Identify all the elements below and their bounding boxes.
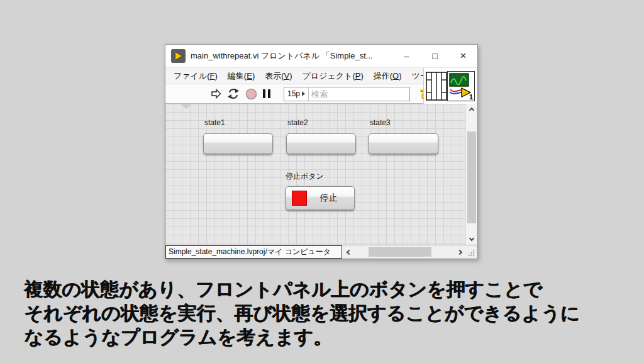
font-size-selector[interactable]: 15p <box>284 87 309 101</box>
caption-line-3: なるようなプログラムを考えます。 <box>24 325 579 349</box>
state1-label: state1 <box>204 118 273 128</box>
pause-icon <box>263 89 265 98</box>
chevron-down-icon <box>469 236 474 241</box>
labview-app-icon <box>171 49 186 63</box>
front-panel: state1 state2 state3 停止ボタン 停止 <box>165 104 477 245</box>
abort-stop-icon <box>245 88 257 100</box>
font-size-value: 15p <box>287 89 300 98</box>
caption-line-1: 複数の状態があり、フロントパネル上のボタンを押すことで <box>24 277 579 301</box>
menu-operate[interactable]: 操作(O) <box>369 70 407 82</box>
menu-edit[interactable]: 編集(E) <box>223 70 260 82</box>
stop-red-square-icon <box>292 191 307 206</box>
font-search-box: 15p <box>284 87 410 101</box>
horizontal-scrollbar-track[interactable] <box>355 245 453 259</box>
state2-label: state2 <box>287 118 356 128</box>
menu-project[interactable]: プロジェクト(P) <box>297 70 369 82</box>
state1-button[interactable] <box>203 133 273 154</box>
scroll-left-button[interactable] <box>344 245 353 259</box>
state2-control: state2 <box>286 118 356 154</box>
window-title: main_withrepeat.vi フロントパネル 「Simple_st... <box>191 50 392 62</box>
minimize-button[interactable]: – <box>392 45 421 67</box>
chevron-up-icon <box>469 108 474 113</box>
vi-icon[interactable]: 1 <box>447 71 475 101</box>
stop-button[interactable]: 停止 <box>286 186 355 210</box>
project-context-selector[interactable]: Simple_state_machine.lvproj/マイ コンピュータ <box>165 245 342 259</box>
state3-button[interactable] <box>369 133 438 154</box>
stop-button-label: 停止ボタン <box>286 171 355 181</box>
scroll-down-button[interactable] <box>466 233 477 243</box>
run-continuously-icon <box>227 88 240 99</box>
horizontal-scrollbar[interactable] <box>342 245 466 259</box>
labview-front-panel-window: main_withrepeat.vi フロントパネル 「Simple_st...… <box>165 44 478 259</box>
pause-button[interactable] <box>263 89 270 98</box>
vi-icon-graphic: 1 <box>448 72 474 101</box>
resize-grip-icon <box>469 250 475 257</box>
stop-control: 停止ボタン 停止 <box>284 171 355 210</box>
menu-file[interactable]: ファイル(F) <box>169 70 223 82</box>
titlebar: main_withrepeat.vi フロントパネル 「Simple_st...… <box>165 45 477 67</box>
play-triangle-icon <box>175 52 182 60</box>
caption-text: 複数の状態があり、フロントパネル上のボタンを押すことで それぞれの状態を実行、再… <box>24 277 579 349</box>
vi-icon-badge: 1 <box>469 93 473 101</box>
menu-view[interactable]: 表示(V) <box>260 70 297 82</box>
state3-control: state3 <box>369 118 438 154</box>
horizontal-scrollbar-thumb[interactable] <box>369 247 431 257</box>
abort-button[interactable] <box>245 88 257 100</box>
slide-background: main_withrepeat.vi フロントパネル 「Simple_st...… <box>0 0 644 363</box>
vertical-scrollbar[interactable] <box>465 104 477 245</box>
run-arrow-icon <box>211 89 221 99</box>
run-continuously-button[interactable] <box>227 88 240 99</box>
search-input[interactable] <box>309 87 425 101</box>
statusbar: Simple_state_machine.lvproj/マイ コンピュータ <box>165 245 477 259</box>
chevron-right-icon <box>457 249 462 254</box>
state1-control: state1 <box>203 118 273 154</box>
maximize-button[interactable]: □ <box>421 45 449 67</box>
resize-grip[interactable] <box>466 245 477 259</box>
state3-label: state3 <box>370 118 438 128</box>
chevron-left-icon <box>346 249 351 254</box>
icon-cluster: 1 <box>423 68 477 104</box>
caption-line-2: それぞれの状態を実行、再び状態を選択することができるように <box>24 301 579 325</box>
dropdown-arrow-icon <box>302 91 305 96</box>
stop-button-text: 停止 <box>307 193 354 204</box>
run-button[interactable] <box>211 89 221 99</box>
state2-button[interactable] <box>286 133 356 154</box>
close-button[interactable]: × <box>449 45 477 67</box>
panel-origin-marker-icon <box>180 104 192 109</box>
connector-pane-icon[interactable] <box>426 72 447 101</box>
vertical-scrollbar-thumb[interactable] <box>467 131 476 223</box>
scroll-right-button[interactable] <box>455 245 464 259</box>
scroll-up-button[interactable] <box>466 105 477 115</box>
